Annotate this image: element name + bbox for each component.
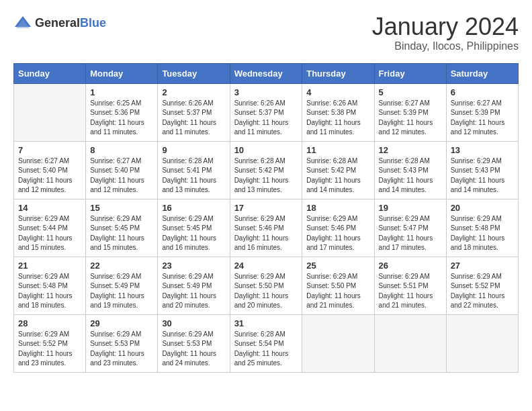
day-cell: 27Sunrise: 6:29 AMSunset: 5:52 PMDayligh…	[446, 257, 518, 314]
day-cell: 15Sunrise: 6:29 AMSunset: 5:45 PMDayligh…	[86, 199, 158, 257]
day-cell: 21Sunrise: 6:29 AMSunset: 5:48 PMDayligh…	[14, 257, 86, 314]
day-info: Sunrise: 6:29 AMSunset: 5:46 PMDaylight:…	[234, 214, 298, 253]
page-header: GeneralBlue January 2024 Binday, Ilocos,…	[13, 13, 519, 52]
day-info: Sunrise: 6:28 AMSunset: 5:41 PMDaylight:…	[162, 156, 225, 195]
day-cell: 29Sunrise: 6:29 AMSunset: 5:53 PMDayligh…	[86, 314, 158, 372]
location-title: Binday, Ilocos, Philippines	[372, 40, 519, 52]
day-number: 19	[379, 203, 442, 213]
day-number: 3	[234, 87, 298, 97]
day-cell: 30Sunrise: 6:29 AMSunset: 5:53 PMDayligh…	[158, 314, 230, 372]
day-number: 2	[162, 87, 225, 97]
day-cell: 14Sunrise: 6:29 AMSunset: 5:44 PMDayligh…	[14, 199, 86, 257]
day-cell: 13Sunrise: 6:29 AMSunset: 5:43 PMDayligh…	[446, 141, 518, 199]
month-title: January 2024	[372, 13, 519, 40]
col-header-sunday: Sunday	[14, 63, 86, 83]
week-row-1: 1Sunrise: 6:25 AMSunset: 5:36 PMDaylight…	[14, 83, 519, 141]
day-cell	[374, 314, 446, 372]
day-cell: 22Sunrise: 6:29 AMSunset: 5:49 PMDayligh…	[86, 257, 158, 314]
day-cell	[14, 83, 86, 141]
day-number: 30	[162, 318, 225, 328]
day-number: 31	[234, 318, 298, 328]
day-info: Sunrise: 6:28 AMSunset: 5:54 PMDaylight:…	[234, 330, 298, 369]
day-info: Sunrise: 6:29 AMSunset: 5:48 PMDaylight:…	[18, 272, 81, 311]
day-info: Sunrise: 6:25 AMSunset: 5:36 PMDaylight:…	[90, 99, 153, 138]
day-cell: 5Sunrise: 6:27 AMSunset: 5:39 PMDaylight…	[374, 83, 446, 141]
day-info: Sunrise: 6:28 AMSunset: 5:42 PMDaylight:…	[234, 156, 298, 195]
day-number: 12	[379, 145, 442, 155]
col-header-tuesday: Tuesday	[158, 63, 230, 83]
day-cell: 31Sunrise: 6:28 AMSunset: 5:54 PMDayligh…	[230, 314, 302, 372]
day-number: 24	[234, 261, 298, 271]
day-info: Sunrise: 6:29 AMSunset: 5:49 PMDaylight:…	[162, 272, 225, 311]
day-cell: 9Sunrise: 6:28 AMSunset: 5:41 PMDaylight…	[158, 141, 230, 199]
day-number: 26	[379, 261, 442, 271]
day-info: Sunrise: 6:27 AMSunset: 5:40 PMDaylight:…	[90, 156, 153, 195]
day-number: 18	[306, 203, 369, 213]
day-cell: 17Sunrise: 6:29 AMSunset: 5:46 PMDayligh…	[230, 199, 302, 257]
col-header-saturday: Saturday	[446, 63, 518, 83]
logo: GeneralBlue	[13, 13, 106, 32]
col-header-thursday: Thursday	[302, 63, 374, 83]
logo-general: General	[35, 16, 80, 30]
day-info: Sunrise: 6:27 AMSunset: 5:39 PMDaylight:…	[451, 99, 514, 138]
day-number: 16	[162, 203, 225, 213]
day-info: Sunrise: 6:26 AMSunset: 5:38 PMDaylight:…	[306, 99, 369, 138]
day-number: 22	[90, 261, 153, 271]
day-info: Sunrise: 6:29 AMSunset: 5:49 PMDaylight:…	[90, 272, 153, 311]
day-number: 25	[306, 261, 369, 271]
day-info: Sunrise: 6:28 AMSunset: 5:43 PMDaylight:…	[379, 156, 442, 195]
col-header-friday: Friday	[374, 63, 446, 83]
day-cell: 6Sunrise: 6:27 AMSunset: 5:39 PMDaylight…	[446, 83, 518, 141]
day-cell: 28Sunrise: 6:29 AMSunset: 5:52 PMDayligh…	[14, 314, 86, 372]
day-cell	[302, 314, 374, 372]
day-number: 4	[306, 87, 369, 97]
day-info: Sunrise: 6:29 AMSunset: 5:44 PMDaylight:…	[18, 214, 81, 253]
col-header-wednesday: Wednesday	[230, 63, 302, 83]
day-number: 13	[451, 145, 514, 155]
day-number: 27	[451, 261, 514, 271]
day-cell: 18Sunrise: 6:29 AMSunset: 5:46 PMDayligh…	[302, 199, 374, 257]
week-row-2: 7Sunrise: 6:27 AMSunset: 5:40 PMDaylight…	[14, 141, 519, 199]
day-number: 1	[90, 87, 153, 97]
title-area: January 2024 Binday, Ilocos, Philippines	[372, 13, 519, 52]
day-number: 11	[306, 145, 369, 155]
day-cell: 19Sunrise: 6:29 AMSunset: 5:47 PMDayligh…	[374, 199, 446, 257]
day-cell: 23Sunrise: 6:29 AMSunset: 5:49 PMDayligh…	[158, 257, 230, 314]
col-header-monday: Monday	[86, 63, 158, 83]
day-cell: 11Sunrise: 6:28 AMSunset: 5:42 PMDayligh…	[302, 141, 374, 199]
day-info: Sunrise: 6:27 AMSunset: 5:40 PMDaylight:…	[18, 156, 81, 195]
day-info: Sunrise: 6:29 AMSunset: 5:52 PMDaylight:…	[18, 330, 81, 369]
day-cell: 8Sunrise: 6:27 AMSunset: 5:40 PMDaylight…	[86, 141, 158, 199]
day-cell: 1Sunrise: 6:25 AMSunset: 5:36 PMDaylight…	[86, 83, 158, 141]
day-info: Sunrise: 6:29 AMSunset: 5:47 PMDaylight:…	[379, 214, 442, 253]
day-cell: 2Sunrise: 6:26 AMSunset: 5:37 PMDaylight…	[158, 83, 230, 141]
day-cell: 24Sunrise: 6:29 AMSunset: 5:50 PMDayligh…	[230, 257, 302, 314]
day-info: Sunrise: 6:29 AMSunset: 5:45 PMDaylight:…	[90, 214, 153, 253]
logo-icon	[13, 13, 32, 32]
day-cell: 26Sunrise: 6:29 AMSunset: 5:51 PMDayligh…	[374, 257, 446, 314]
logo-text: GeneralBlue	[35, 16, 106, 30]
day-info: Sunrise: 6:29 AMSunset: 5:52 PMDaylight:…	[451, 272, 514, 311]
day-number: 14	[18, 203, 81, 213]
day-cell: 4Sunrise: 6:26 AMSunset: 5:38 PMDaylight…	[302, 83, 374, 141]
day-cell: 16Sunrise: 6:29 AMSunset: 5:45 PMDayligh…	[158, 199, 230, 257]
logo-blue: Blue	[80, 16, 106, 30]
day-cell: 3Sunrise: 6:26 AMSunset: 5:37 PMDaylight…	[230, 83, 302, 141]
header-row: SundayMondayTuesdayWednesdayThursdayFrid…	[14, 63, 519, 83]
day-number: 17	[234, 203, 298, 213]
day-info: Sunrise: 6:29 AMSunset: 5:45 PMDaylight:…	[162, 214, 225, 253]
day-info: Sunrise: 6:29 AMSunset: 5:53 PMDaylight:…	[90, 330, 153, 369]
day-cell: 12Sunrise: 6:28 AMSunset: 5:43 PMDayligh…	[374, 141, 446, 199]
calendar-table: SundayMondayTuesdayWednesdayThursdayFrid…	[13, 63, 519, 373]
day-number: 9	[162, 145, 225, 155]
day-number: 29	[90, 318, 153, 328]
day-cell: 7Sunrise: 6:27 AMSunset: 5:40 PMDaylight…	[14, 141, 86, 199]
day-cell: 20Sunrise: 6:29 AMSunset: 5:48 PMDayligh…	[446, 199, 518, 257]
day-info: Sunrise: 6:27 AMSunset: 5:39 PMDaylight:…	[379, 99, 442, 138]
day-number: 23	[162, 261, 225, 271]
week-row-3: 14Sunrise: 6:29 AMSunset: 5:44 PMDayligh…	[14, 199, 519, 257]
day-info: Sunrise: 6:29 AMSunset: 5:53 PMDaylight:…	[162, 330, 225, 369]
week-row-5: 28Sunrise: 6:29 AMSunset: 5:52 PMDayligh…	[14, 314, 519, 372]
day-number: 28	[18, 318, 81, 328]
day-info: Sunrise: 6:29 AMSunset: 5:50 PMDaylight:…	[306, 272, 369, 311]
